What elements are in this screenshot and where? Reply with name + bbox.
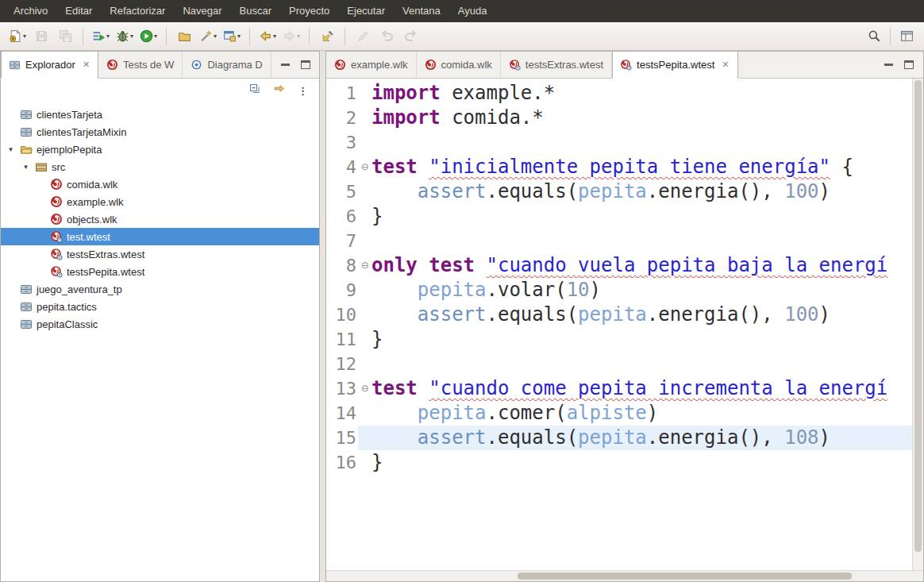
maximize-button[interactable] bbox=[301, 60, 310, 69]
line-number: 11 bbox=[326, 327, 358, 352]
code-line[interactable]: 9 pepita.volar(10) bbox=[326, 278, 912, 303]
search-button[interactable] bbox=[863, 26, 885, 47]
package-icon bbox=[35, 160, 48, 173]
line-body: pepita.comer(alpiste) bbox=[358, 401, 912, 426]
tree-item-test-wtest[interactable]: test.wtest bbox=[1, 228, 319, 245]
fold-collapse-icon[interactable]: ⊖ bbox=[358, 376, 372, 401]
code-token: "cuando come pepita incrementa la energí bbox=[429, 377, 887, 399]
code-line[interactable]: 1import example.* bbox=[326, 81, 912, 106]
new-project-button[interactable]: ▾ bbox=[221, 26, 243, 47]
code-line[interactable]: 2import comida.* bbox=[326, 106, 912, 130]
horizontal-scrollbar-thumb[interactable] bbox=[518, 572, 852, 580]
code-line[interactable]: 14 pepita.comer(alpiste) bbox=[326, 401, 912, 426]
tree-item-juego-aventura-tp[interactable]: juego_aventura_tp bbox=[1, 280, 319, 298]
chevron-down-icon[interactable]: ▾ bbox=[214, 33, 217, 40]
close-icon[interactable]: ✕ bbox=[722, 60, 729, 70]
minimize-button[interactable] bbox=[281, 64, 290, 66]
project-icon bbox=[20, 300, 33, 313]
tree-item-clientestarjetamixin[interactable]: clientesTarjetaMixin bbox=[1, 123, 319, 141]
editor-tab-testspepita-wtest[interactable]: testsPepita.wtest✕ bbox=[612, 52, 738, 79]
code-line[interactable]: 12 bbox=[326, 352, 912, 376]
code-token: "cuando vuela pepita baja la energí bbox=[487, 254, 888, 276]
minimize-button[interactable] bbox=[884, 64, 893, 66]
collapse-all-button[interactable] bbox=[248, 83, 261, 98]
chevron-down-icon[interactable]: ▾ bbox=[154, 33, 157, 40]
code-content: } bbox=[372, 204, 383, 229]
code-line[interactable]: 4⊖test "inicialmente pepita tiene energí… bbox=[326, 155, 912, 179]
menu-ventana[interactable]: Ventana bbox=[394, 0, 449, 22]
wollok-repl-button[interactable]: ▾ bbox=[90, 26, 112, 47]
chevron-down-icon[interactable]: ▾ bbox=[23, 33, 26, 40]
chevron-down-icon[interactable]: ▾ bbox=[297, 33, 300, 40]
code-line[interactable]: 13⊖test "cuando come pepita incrementa l… bbox=[326, 376, 912, 401]
expander-open-icon[interactable]: ▾ bbox=[6, 145, 16, 153]
chevron-down-icon[interactable]: ▾ bbox=[106, 33, 110, 40]
maximize-button[interactable] bbox=[904, 60, 914, 69]
code-token: 10 bbox=[567, 279, 590, 301]
view-tab-tests-de-w[interactable]: Tests de W bbox=[98, 52, 183, 78]
tree-item-testsextras-wtest[interactable]: testsExtras.wtest bbox=[1, 245, 319, 263]
back-button[interactable]: ▾ bbox=[256, 26, 279, 47]
tree-item-pepitaclassic[interactable]: pepitaClassic bbox=[1, 315, 319, 333]
tree-item-example-wlk[interactable]: example.wlk bbox=[1, 193, 319, 210]
code-line[interactable]: 6} bbox=[326, 204, 912, 229]
code-line[interactable]: 5 assert.equals(pepita.energia(), 100) bbox=[326, 179, 912, 204]
code-line[interactable]: 8⊖only test "cuando vuela pepita baja la… bbox=[326, 253, 912, 278]
menu-ayuda[interactable]: Ayuda bbox=[449, 0, 496, 22]
tree-item-pepita-tactics[interactable]: pepita.tactics bbox=[1, 298, 319, 315]
code-line[interactable]: 10 assert.equals(pepita.energia(), 100) bbox=[326, 303, 912, 327]
magnifier-icon bbox=[868, 29, 881, 43]
vertical-scrollbar[interactable] bbox=[912, 79, 923, 570]
expander-open-icon[interactable]: ▾ bbox=[21, 163, 31, 171]
horizontal-scrollbar[interactable] bbox=[326, 570, 923, 581]
editor-tab-testsextras-wtest[interactable]: testsExtras.wtest bbox=[501, 52, 612, 78]
open-resource-button[interactable] bbox=[173, 26, 195, 47]
editor-tab-example-wlk[interactable]: example.wlk bbox=[326, 52, 417, 78]
fold-spacer bbox=[358, 352, 372, 376]
menu-archivo[interactable]: Archivo bbox=[5, 0, 56, 22]
tree-item-objects-wlk[interactable]: objects.wlk bbox=[1, 210, 319, 228]
view-tab-diagrama-d[interactable]: Diagrama D bbox=[183, 52, 271, 78]
code-line[interactable]: 11} bbox=[326, 327, 912, 352]
menu-proyecto[interactable]: Proyecto bbox=[280, 0, 338, 22]
view-menu-button[interactable]: ⋮ bbox=[298, 85, 308, 97]
debug-button[interactable]: ▾ bbox=[114, 26, 136, 47]
code-token bbox=[372, 402, 418, 424]
editor-tab-comida-wlk[interactable]: comida.wlk bbox=[417, 52, 501, 78]
view-tab-explorador[interactable]: Explorador✕ bbox=[1, 52, 98, 79]
editor-tabbar: example.wlkcomida.wlktestsExtras.wtestte… bbox=[326, 52, 923, 79]
tree-item-ejemplopepita[interactable]: ▾ejemploPepita bbox=[1, 141, 319, 158]
new-wizard-button[interactable]: ▾ bbox=[6, 26, 29, 47]
link-with-editor-button[interactable] bbox=[273, 83, 286, 98]
last-edit-location-button[interactable] bbox=[316, 26, 338, 47]
menu-ejecutar[interactable]: Ejecutar bbox=[338, 0, 394, 22]
chevron-down-icon[interactable]: ▾ bbox=[237, 33, 241, 40]
chevron-down-icon[interactable]: ▾ bbox=[273, 33, 276, 40]
code-content: import comida.* bbox=[372, 106, 544, 130]
tree-item-comida-wlk[interactable]: comida.wlk bbox=[1, 175, 319, 193]
code-line[interactable]: 15 assert.equals(pepita.energia(), 108) bbox=[326, 426, 912, 450]
fold-collapse-icon[interactable]: ⊖ bbox=[358, 155, 372, 179]
chevron-down-icon[interactable]: ▾ bbox=[130, 33, 133, 40]
menu-buscar[interactable]: Buscar bbox=[231, 0, 280, 22]
tree-item-src[interactable]: ▾src bbox=[1, 158, 319, 175]
external-tools-button[interactable]: ▾ bbox=[197, 26, 219, 47]
fold-collapse-icon[interactable]: ⊖ bbox=[358, 253, 372, 278]
menu-navegar[interactable]: Navegar bbox=[174, 0, 230, 22]
vertical-scrollbar-thumb[interactable] bbox=[914, 80, 922, 552]
wollok-file-icon bbox=[50, 178, 63, 191]
panel-sash[interactable] bbox=[320, 51, 325, 582]
open-perspective-button[interactable] bbox=[895, 26, 918, 47]
menu-refactorizar[interactable]: Refactorizar bbox=[101, 0, 174, 22]
project-open-icon bbox=[20, 143, 33, 156]
menu-editar[interactable]: Editar bbox=[56, 0, 101, 22]
run-button[interactable]: ▾ bbox=[137, 26, 160, 47]
code-line[interactable]: 3 bbox=[326, 130, 912, 155]
code-area[interactable]: 1import example.*2import comida.*34⊖test… bbox=[326, 79, 912, 570]
close-icon[interactable]: ✕ bbox=[83, 60, 90, 70]
line-number: 6 bbox=[326, 204, 358, 229]
tree-item-testspepita-wtest[interactable]: testsPepita.wtest bbox=[1, 263, 319, 280]
code-line[interactable]: 16} bbox=[326, 450, 912, 475]
tree-item-clientestarjeta[interactable]: clientesTarjeta bbox=[1, 106, 319, 123]
code-line[interactable]: 7 bbox=[326, 229, 912, 253]
